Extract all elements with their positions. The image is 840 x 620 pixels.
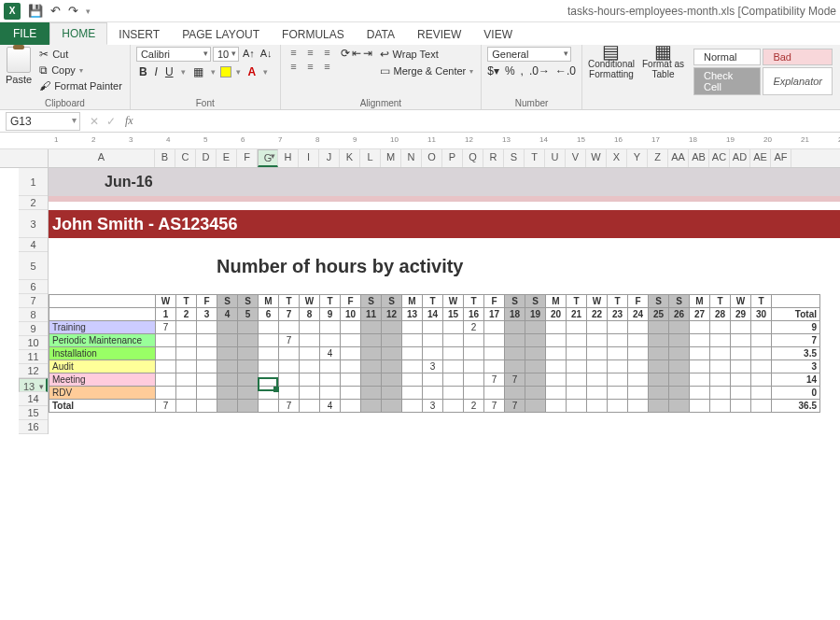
align-top-button[interactable]: ≡ [287,47,301,58]
data-cell[interactable] [464,360,484,373]
data-cell[interactable] [505,387,525,400]
column-header-K[interactable]: K [340,149,360,167]
data-cell[interactable] [628,373,649,387]
data-cell[interactable] [710,321,731,334]
row-header-10[interactable]: 10 [19,336,48,350]
data-cell[interactable] [690,360,710,373]
percent-button[interactable]: % [505,64,515,78]
data-cell[interactable] [300,360,320,373]
tab-data[interactable]: DATA [356,24,406,45]
data-cell[interactable] [464,387,484,400]
data-cell[interactable] [649,387,669,400]
data-cell[interactable] [217,347,238,360]
data-cell[interactable] [484,387,505,400]
formula-input[interactable] [139,113,840,130]
data-cell[interactable] [259,321,279,334]
data-cell[interactable] [669,360,690,373]
decrease-decimal-button[interactable]: ←.0 [555,64,576,78]
cancel-formula-icon[interactable]: ✕ [86,115,103,128]
bold-button[interactable]: B [136,64,150,79]
data-cell[interactable] [361,334,382,347]
style-explanatory[interactable]: Explanator [763,67,833,95]
column-header-T[interactable]: T [525,149,545,167]
data-cell[interactable] [361,321,382,334]
data-cell[interactable] [382,321,402,334]
column-header-AE[interactable]: AE [750,149,771,167]
orientation-button[interactable]: ⟳ [341,47,350,60]
data-cell[interactable] [567,321,587,334]
data-cell[interactable] [320,373,341,387]
hours-table[interactable]: WTFSSMTWTFSSMTWTFSSMTWTFSSMTWT1234567891… [49,294,820,413]
fx-icon[interactable]: fx [119,114,139,128]
data-cell[interactable] [279,321,300,334]
column-header-U[interactable]: U [545,149,566,167]
name-box[interactable]: G13 [6,112,80,131]
align-bottom-button[interactable]: ≡ [320,47,335,58]
data-cell[interactable] [505,347,525,360]
data-cell[interactable] [423,334,443,347]
data-cell[interactable] [197,373,217,387]
column-header-J[interactable]: J [319,149,340,167]
data-cell[interactable] [587,387,608,400]
enter-formula-icon[interactable]: ✓ [103,115,119,128]
data-cell[interactable] [587,347,608,360]
data-cell[interactable] [423,387,443,400]
data-cell[interactable] [197,334,217,347]
underline-button[interactable]: U [162,64,176,79]
column-header-AA[interactable]: AA [668,149,689,167]
data-cell[interactable] [628,347,649,360]
tab-review[interactable]: REVIEW [406,24,472,45]
data-cell[interactable] [402,360,423,373]
currency-button[interactable]: $▾ [487,64,499,78]
column-header-R[interactable]: R [483,149,504,167]
data-cell[interactable]: 3 [423,360,443,373]
shrink-font-button[interactable]: A↓ [259,47,274,62]
data-cell[interactable] [259,347,279,360]
data-cell[interactable] [217,360,238,373]
grow-font-button[interactable]: A↑ [241,47,257,62]
data-cell[interactable] [176,334,197,347]
data-cell[interactable] [669,373,690,387]
data-cell[interactable] [279,347,300,360]
data-cell[interactable] [300,334,320,347]
column-header-O[interactable]: O [422,149,442,167]
data-cell[interactable] [464,373,484,387]
data-cell[interactable]: 7 [279,334,300,347]
data-cell[interactable] [300,387,320,400]
data-cell[interactable] [279,373,300,387]
data-cell[interactable] [751,347,772,360]
data-cell[interactable] [176,387,197,400]
tab-file[interactable]: FILE [0,22,49,45]
cell-styles-gallery[interactable]: NormalBad Check CellExplanator [692,47,834,97]
data-cell[interactable] [546,334,567,347]
cut-button[interactable]: ✂Cut [37,47,124,62]
increase-decimal-button[interactable]: .0→ [529,64,550,78]
data-cell[interactable] [751,321,772,334]
data-cell[interactable] [402,321,423,334]
data-cell[interactable] [443,387,464,400]
data-cell[interactable] [525,334,546,347]
data-cell[interactable] [731,321,751,334]
data-cell[interactable] [423,373,443,387]
data-cell[interactable] [649,321,669,334]
data-cell[interactable]: 7 [484,373,505,387]
data-cell[interactable] [361,373,382,387]
data-cell[interactable] [361,387,382,400]
data-cell[interactable] [587,373,608,387]
column-header-M[interactable]: M [381,149,401,167]
data-cell[interactable] [669,347,690,360]
column-header-L[interactable]: L [360,149,381,167]
data-cell[interactable] [484,360,505,373]
data-cell[interactable] [525,347,546,360]
data-cell[interactable] [443,347,464,360]
column-header-I[interactable]: I [299,149,319,167]
format-painter-button[interactable]: 🖌Format Painter [37,78,124,93]
data-cell[interactable] [669,387,690,400]
font-name-select[interactable]: Calibri [136,47,211,62]
data-cell[interactable] [649,347,669,360]
data-cell[interactable] [731,373,751,387]
data-cell[interactable] [402,334,423,347]
data-cell[interactable] [176,347,197,360]
data-cell[interactable] [443,334,464,347]
align-middle-button[interactable]: ≡ [303,47,318,58]
